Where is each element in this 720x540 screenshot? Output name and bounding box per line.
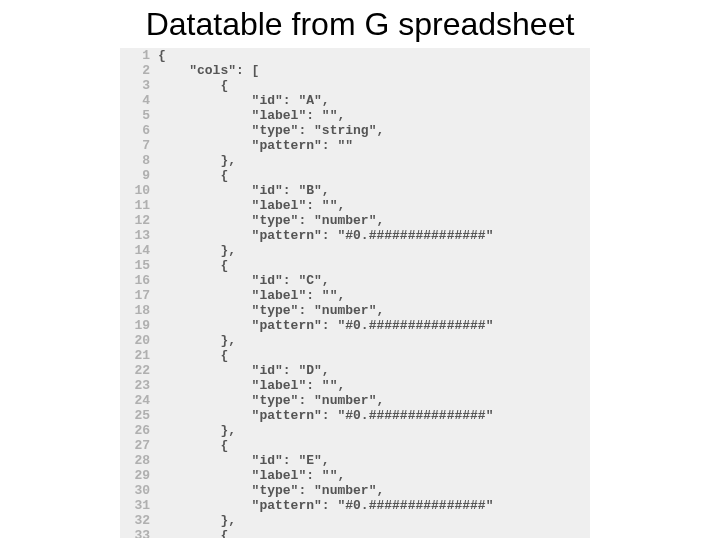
code-line: 24 "type": "number", xyxy=(120,393,590,408)
code-text: "label": "", xyxy=(158,378,345,393)
code-text: { xyxy=(158,528,228,538)
code-line: 31 "pattern": "#0.###############" xyxy=(120,498,590,513)
code-text: }, xyxy=(158,423,236,438)
line-number: 33 xyxy=(120,528,158,538)
code-line: 26 }, xyxy=(120,423,590,438)
code-text: { xyxy=(158,438,228,453)
code-line: 2 "cols": [ xyxy=(120,63,590,78)
code-text: { xyxy=(158,348,228,363)
code-text: "label": "", xyxy=(158,108,345,123)
code-text: "label": "", xyxy=(158,198,345,213)
code-text: "pattern": "" xyxy=(158,138,353,153)
line-number: 1 xyxy=(120,48,158,63)
code-text: }, xyxy=(158,333,236,348)
line-number: 15 xyxy=(120,258,158,273)
code-text: "type": "number", xyxy=(158,483,384,498)
code-line: 29 "label": "", xyxy=(120,468,590,483)
code-line: 22 "id": "D", xyxy=(120,363,590,378)
code-text: "label": "", xyxy=(158,468,345,483)
code-text: }, xyxy=(158,513,236,528)
code-line: 3 { xyxy=(120,78,590,93)
code-line: 1{ xyxy=(120,48,590,63)
line-number: 3 xyxy=(120,78,158,93)
code-line: 17 "label": "", xyxy=(120,288,590,303)
code-text: "label": "", xyxy=(158,288,345,303)
code-line: 12 "type": "number", xyxy=(120,213,590,228)
line-number: 11 xyxy=(120,198,158,213)
code-text: "type": "string", xyxy=(158,123,384,138)
code-line: 11 "label": "", xyxy=(120,198,590,213)
code-line: 14 }, xyxy=(120,243,590,258)
code-text: "pattern": "#0.###############" xyxy=(158,318,493,333)
code-panel: 1{2 "cols": [3 {4 "id": "A",5 "label": "… xyxy=(120,48,590,538)
line-number: 9 xyxy=(120,168,158,183)
code-text: "id": "A", xyxy=(158,93,330,108)
code-text: { xyxy=(158,78,228,93)
line-number: 24 xyxy=(120,393,158,408)
code-line: 32 }, xyxy=(120,513,590,528)
line-number: 27 xyxy=(120,438,158,453)
code-text: "cols": [ xyxy=(158,63,259,78)
line-number: 10 xyxy=(120,183,158,198)
line-number: 8 xyxy=(120,153,158,168)
line-number: 31 xyxy=(120,498,158,513)
code-line: 27 { xyxy=(120,438,590,453)
line-number: 5 xyxy=(120,108,158,123)
line-number: 23 xyxy=(120,378,158,393)
code-line: 16 "id": "C", xyxy=(120,273,590,288)
code-line: 13 "pattern": "#0.###############" xyxy=(120,228,590,243)
code-text: "id": "D", xyxy=(158,363,330,378)
line-number: 22 xyxy=(120,363,158,378)
line-number: 4 xyxy=(120,93,158,108)
code-line: 21 { xyxy=(120,348,590,363)
code-line: 5 "label": "", xyxy=(120,108,590,123)
code-text: }, xyxy=(158,243,236,258)
line-number: 13 xyxy=(120,228,158,243)
line-number: 20 xyxy=(120,333,158,348)
line-number: 7 xyxy=(120,138,158,153)
line-number: 28 xyxy=(120,453,158,468)
slide: Datatable from G spreadsheet 1{2 "cols":… xyxy=(0,0,720,540)
line-number: 18 xyxy=(120,303,158,318)
code-text: { xyxy=(158,48,166,63)
code-line: 15 { xyxy=(120,258,590,273)
code-line: 25 "pattern": "#0.###############" xyxy=(120,408,590,423)
code-text: { xyxy=(158,258,228,273)
code-line: 30 "type": "number", xyxy=(120,483,590,498)
line-number: 19 xyxy=(120,318,158,333)
line-number: 2 xyxy=(120,63,158,78)
code-line: 9 { xyxy=(120,168,590,183)
code-text: "id": "E", xyxy=(158,453,330,468)
code-text: }, xyxy=(158,153,236,168)
code-text: "pattern": "#0.###############" xyxy=(158,498,493,513)
line-number: 14 xyxy=(120,243,158,258)
code-line: 20 }, xyxy=(120,333,590,348)
code-text: "pattern": "#0.###############" xyxy=(158,228,493,243)
code-line: 6 "type": "string", xyxy=(120,123,590,138)
line-number: 12 xyxy=(120,213,158,228)
slide-title: Datatable from G spreadsheet xyxy=(0,6,720,43)
line-number: 21 xyxy=(120,348,158,363)
line-number: 30 xyxy=(120,483,158,498)
line-number: 16 xyxy=(120,273,158,288)
line-number: 17 xyxy=(120,288,158,303)
code-line: 8 }, xyxy=(120,153,590,168)
line-number: 6 xyxy=(120,123,158,138)
line-number: 25 xyxy=(120,408,158,423)
code-line: 4 "id": "A", xyxy=(120,93,590,108)
code-line: 10 "id": "B", xyxy=(120,183,590,198)
code-text: "id": "C", xyxy=(158,273,330,288)
code-line: 18 "type": "number", xyxy=(120,303,590,318)
line-number: 26 xyxy=(120,423,158,438)
code-text: "type": "number", xyxy=(158,393,384,408)
code-text: "id": "B", xyxy=(158,183,330,198)
code-line: 28 "id": "E", xyxy=(120,453,590,468)
code-text: "type": "number", xyxy=(158,303,384,318)
code-line: 33 { xyxy=(120,528,590,538)
code-text: { xyxy=(158,168,228,183)
code-text: "pattern": "#0.###############" xyxy=(158,408,493,423)
code-line: 19 "pattern": "#0.###############" xyxy=(120,318,590,333)
code-line: 23 "label": "", xyxy=(120,378,590,393)
code-text: "type": "number", xyxy=(158,213,384,228)
line-number: 29 xyxy=(120,468,158,483)
